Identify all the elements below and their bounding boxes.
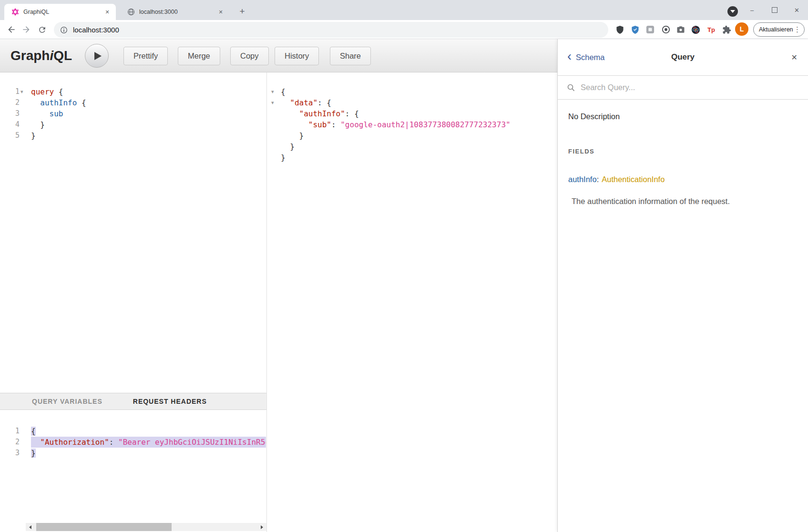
profile-avatar[interactable]: L (735, 22, 748, 36)
browser-toolbar: localhost:3000 Tp L Aktualisieren ⋮ (0, 20, 808, 39)
back-button[interactable] (5, 23, 18, 36)
forward-button[interactable] (20, 23, 33, 36)
maximize-icon (772, 7, 777, 13)
logo-text: Graph (10, 48, 50, 63)
browser-tab-strip: GraphiQL ✕ localhost:3000 ✕ + – ✕ (0, 0, 808, 20)
doc-explorer-content: No Description FIELDS authInfo:Authentic… (558, 100, 808, 218)
line-number: 4 (0, 119, 26, 130)
code-line: "authInfo": { (281, 108, 557, 119)
type-description: No Description (568, 112, 798, 121)
doc-close-button[interactable]: ✕ (791, 53, 798, 62)
field-type-link[interactable]: AuthenticationInfo (602, 175, 665, 184)
code-line: } (31, 130, 266, 141)
line-number: 2 (0, 97, 26, 108)
fields-section-header: FIELDS (568, 148, 798, 155)
scroll-left-icon (27, 525, 31, 529)
box-extension-icon[interactable] (644, 24, 656, 35)
doc-explorer-panel: ‹ Schema Query ✕ No Description FIELDS a… (557, 39, 808, 532)
record-extension-icon[interactable] (660, 24, 672, 35)
doc-search-input[interactable] (580, 82, 782, 92)
doc-explorer-header: ‹ Schema Query ✕ (558, 39, 808, 76)
line-number: 3 (0, 448, 26, 459)
code-line: sub (31, 108, 266, 119)
shield-blue-extension-icon[interactable] (629, 24, 641, 35)
line-number: 2 (0, 437, 26, 448)
graphql-logo-icon (11, 8, 19, 16)
headers-editor-gutter: 123 (0, 410, 26, 459)
scroll-right-button[interactable] (258, 523, 266, 531)
code-line: query { (31, 86, 266, 97)
line-number: 3 (0, 108, 26, 119)
camera-extension-icon[interactable] (675, 24, 686, 35)
extensions-puzzle-icon[interactable] (721, 24, 732, 35)
code-line: } (281, 152, 557, 163)
browser-tab-localhost[interactable]: localhost:3000 ✕ (120, 4, 229, 20)
back-icon (7, 25, 16, 34)
line-number: 1 (0, 426, 26, 437)
result-pane: ▾ ▾ { "data": { "authInfo": { "sub": "go… (267, 72, 557, 532)
tab-close-icon[interactable]: ✕ (216, 8, 225, 16)
code-line: } (31, 119, 266, 130)
search-icon (567, 84, 575, 92)
field-row-authinfo: authInfo:AuthenticationInfo (568, 175, 798, 184)
copy-button[interactable]: Copy (230, 47, 269, 65)
window-controls: – ✕ (741, 0, 808, 20)
tab-title: GraphiQL (23, 9, 103, 15)
chrome-update-button[interactable]: Aktualisieren ⋮ (753, 22, 805, 37)
code-line: "sub": "google-oauth2|108377380082777232… (281, 119, 557, 130)
doc-explorer-title: Query (558, 52, 808, 62)
logo-text-italic: i (50, 48, 53, 63)
result-viewer: { "data": { "authInfo": { "sub": "google… (267, 72, 557, 163)
forward-icon (21, 25, 31, 34)
tab-request-headers[interactable]: REQUEST HEADERS (133, 398, 207, 405)
scrollbar-thumb[interactable] (36, 523, 172, 531)
new-tab-button[interactable]: + (235, 5, 249, 18)
site-info-icon[interactable] (60, 26, 68, 34)
field-description: The authentication information of the re… (572, 197, 798, 206)
query-editor[interactable]: query { authInfo { sub }} (26, 72, 266, 393)
browser-update-indicator-icon[interactable] (727, 6, 738, 17)
scroll-left-button[interactable] (26, 523, 34, 531)
reload-button[interactable] (35, 23, 49, 36)
fold-toggle-icon[interactable]: ▾ (20, 86, 23, 97)
code-line: "data": { (281, 97, 557, 108)
browser-tab-graphiql[interactable]: GraphiQL ✕ (4, 4, 116, 20)
code-line: { (281, 86, 557, 97)
execute-query-button[interactable] (85, 44, 109, 68)
merge-button[interactable]: Merge (178, 47, 220, 65)
query-pane: 12345 ▾ query { authInfo { sub }} QUERY … (0, 72, 267, 532)
share-button[interactable]: Share (330, 47, 371, 65)
tab-close-icon[interactable]: ✕ (103, 8, 112, 16)
tp-badge-text: Tp (707, 26, 715, 33)
graphiql-logo: GraphiQL (10, 39, 72, 72)
chrome-update-label: Aktualisieren (759, 26, 794, 33)
history-button[interactable]: History (275, 47, 319, 65)
doc-search-row (558, 76, 808, 100)
minimize-icon: – (750, 7, 754, 14)
tab-query-variables[interactable]: QUERY VARIABLES (32, 398, 102, 405)
field-colon: : (597, 175, 599, 184)
code-line: { (31, 426, 266, 437)
logo-text: QL (53, 48, 72, 63)
code-line: } (281, 141, 557, 152)
headers-editor[interactable]: { "Authorization": "Bearer eyJhbGciOiJSU… (26, 410, 266, 523)
atom-extension-icon[interactable] (690, 24, 701, 35)
prettify-button[interactable]: Prettify (123, 47, 168, 65)
field-name-link[interactable]: authInfo (568, 175, 597, 184)
minimize-button[interactable]: – (741, 0, 763, 20)
globe-icon (127, 8, 135, 16)
tab-title: localhost:3000 (139, 9, 216, 15)
close-icon: ✕ (794, 7, 799, 14)
shield-dark-extension-icon[interactable] (614, 24, 625, 35)
code-line: } (31, 448, 266, 459)
browser-menu-icon[interactable]: ⋮ (794, 25, 801, 34)
horizontal-scrollbar[interactable] (26, 523, 266, 531)
address-bar[interactable]: localhost:3000 (54, 22, 608, 38)
play-icon (94, 51, 102, 61)
close-window-button[interactable]: ✕ (786, 0, 808, 20)
line-number: 5 (0, 130, 26, 141)
code-line: "Authorization": "Bearer eyJhbGciOiJSUzI… (31, 437, 266, 448)
maximize-button[interactable] (763, 0, 786, 20)
tp-extension-icon[interactable]: Tp (706, 24, 717, 35)
scroll-right-icon (261, 525, 265, 529)
